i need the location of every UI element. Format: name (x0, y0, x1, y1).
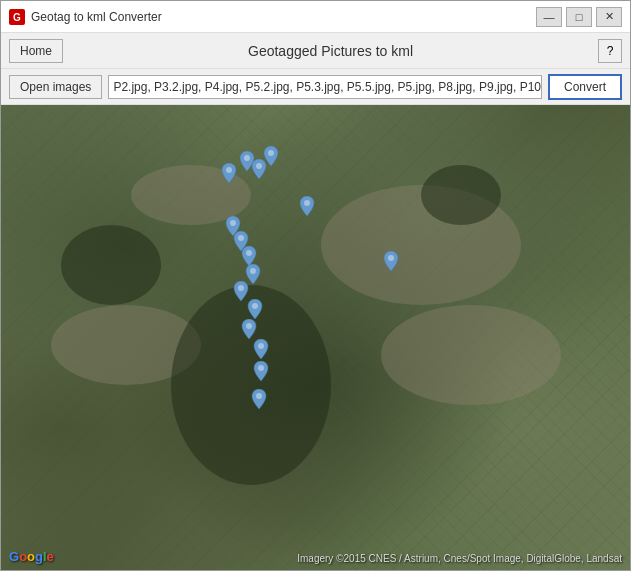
app-icon: G (9, 9, 25, 25)
google-e: e (47, 549, 54, 564)
home-button[interactable]: Home (9, 39, 63, 63)
title-bar: G Geotag to kml Converter — □ ✕ (1, 1, 630, 33)
svg-point-14 (258, 343, 264, 349)
svg-point-7 (230, 220, 236, 226)
google-o1: o (19, 549, 27, 564)
help-button[interactable]: ? (598, 39, 622, 63)
menu-bar: Home Geotagged Pictures to kml ? (1, 33, 630, 69)
svg-point-6 (304, 200, 310, 206)
terrain-feature (421, 165, 501, 225)
svg-point-9 (246, 250, 252, 256)
window-controls: — □ ✕ (536, 7, 622, 27)
svg-point-16 (256, 393, 262, 399)
close-button[interactable]: ✕ (596, 7, 622, 27)
app-title: Geotagged Pictures to kml (71, 43, 590, 59)
main-window: G Geotag to kml Converter — □ ✕ Home Geo… (0, 0, 631, 571)
google-logo: Google (9, 549, 54, 564)
svg-point-11 (238, 285, 244, 291)
svg-point-5 (268, 150, 274, 156)
terrain-feature (61, 225, 161, 305)
files-display: P2.jpg, P3.2.jpg, P4.jpg, P5.2.jpg, P5.3… (108, 75, 542, 99)
google-o2: o (27, 549, 35, 564)
svg-point-2 (226, 167, 232, 173)
svg-point-17 (388, 255, 394, 261)
map-pin[interactable] (252, 339, 270, 363)
svg-point-12 (252, 303, 258, 309)
map-pin[interactable] (220, 163, 238, 187)
map-pin[interactable] (250, 389, 268, 413)
svg-point-10 (250, 268, 256, 274)
svg-text:G: G (13, 12, 21, 23)
map-pin[interactable] (262, 146, 280, 170)
map-canvas: Google Imagery ©2015 CNES / Astrium, Cne… (1, 105, 630, 570)
terrain-feature (381, 305, 561, 405)
svg-point-15 (258, 365, 264, 371)
minimize-button[interactable]: — (536, 7, 562, 27)
map-pin[interactable] (382, 251, 400, 275)
map-attribution: Imagery ©2015 CNES / Astrium, Cnes/Spot … (297, 553, 622, 564)
maximize-button[interactable]: □ (566, 7, 592, 27)
svg-point-13 (246, 323, 252, 329)
map-pin[interactable] (252, 361, 270, 385)
convert-button[interactable]: Convert (548, 74, 622, 100)
map-pin[interactable] (298, 196, 316, 220)
google-g2: g (35, 549, 43, 564)
toolbar: Open images P2.jpg, P3.2.jpg, P4.jpg, P5… (1, 69, 630, 105)
google-g: G (9, 549, 19, 564)
svg-point-8 (238, 235, 244, 241)
map-area: Google Imagery ©2015 CNES / Astrium, Cne… (1, 105, 630, 570)
window-title: Geotag to kml Converter (31, 10, 536, 24)
open-images-button[interactable]: Open images (9, 75, 102, 99)
